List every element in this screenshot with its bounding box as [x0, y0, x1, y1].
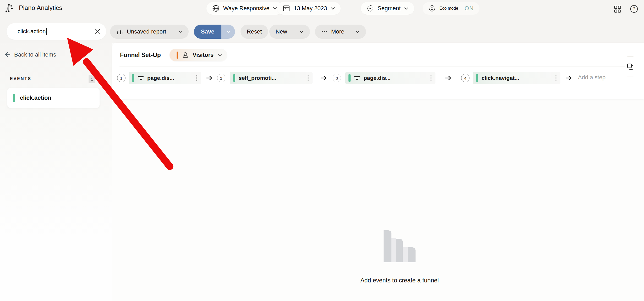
chevron-down-icon: [218, 54, 222, 56]
step-arrow-icon: [565, 75, 572, 81]
step-number: 1: [117, 74, 125, 82]
funnel-step-card[interactable]: self_promoti...: [230, 72, 313, 84]
text-cursor: [46, 28, 47, 35]
segment-selector[interactable]: Segment: [361, 2, 414, 15]
placeholder-bar: [408, 247, 416, 262]
funnel-step-card[interactable]: click.navigat...: [473, 72, 560, 84]
save-options-button[interactable]: [221, 25, 235, 39]
app-title: Piano Analytics: [19, 4, 62, 12]
step-event-label: page.dis...: [147, 75, 174, 81]
panel-divider: [119, 66, 625, 66]
duplicate-funnel-button[interactable]: [626, 63, 635, 71]
piano-analytics-logo-icon: [5, 3, 15, 13]
funnel-step-card[interactable]: page.dis...: [129, 72, 201, 84]
event-color-bar: [348, 74, 351, 82]
report-selector-label: Unsaved report: [127, 28, 166, 35]
new-button-label: New: [276, 28, 287, 35]
kebab-menu-icon[interactable]: [430, 75, 432, 81]
reset-button[interactable]: Reset: [241, 25, 268, 39]
svg-text:?: ?: [633, 7, 635, 12]
help-button[interactable]: ?: [630, 5, 638, 13]
placeholder-bar: [384, 230, 391, 262]
panel-handle-bottom: [627, 76, 634, 76]
step-arrow-icon: [445, 75, 452, 81]
calendar-icon: [283, 5, 290, 12]
events-count-badge: 1: [89, 75, 95, 83]
event-color-bar: [233, 74, 235, 82]
chevron-down-icon: [356, 30, 360, 33]
metric-color-bar: [177, 52, 178, 59]
placeholder-bar: [396, 239, 403, 262]
placeholder-bar: [403, 247, 408, 262]
new-button[interactable]: New: [269, 25, 310, 39]
eco-mode-toggle[interactable]: Eco mode ON: [423, 2, 479, 15]
eco-mode-label: Eco mode: [439, 6, 458, 11]
event-color-bar: [13, 94, 15, 102]
eco-plant-icon: [428, 5, 436, 12]
chevron-down-icon: [226, 31, 230, 33]
reset-button-label: Reset: [247, 28, 262, 35]
step-number: 2: [217, 74, 225, 82]
site-selector[interactable]: Waye Responsive: [206, 2, 283, 15]
save-split-button: Save: [194, 25, 235, 39]
search-result-label: click.action: [20, 94, 51, 101]
search-input-value: click.action: [18, 28, 46, 35]
date-selector-label: 13 May 2023: [294, 5, 327, 12]
back-arrow-icon: [4, 51, 11, 58]
more-button-label: More: [331, 28, 344, 35]
search-result-item[interactable]: click.action: [7, 88, 100, 108]
help-icon: ?: [630, 5, 638, 13]
placeholder-bar: [391, 238, 396, 262]
report-chart-icon: [116, 28, 123, 35]
step-event-label: click.navigat...: [482, 75, 519, 81]
segment-selector-label: Segment: [378, 5, 401, 12]
date-selector[interactable]: 13 May 2023: [277, 2, 341, 15]
funnel-setup-title: Funnel Set-Up: [120, 52, 161, 59]
event-color-bar: [132, 74, 134, 82]
empty-state-message: Add events to create a funnel: [360, 277, 439, 284]
step-event-label: self_promoti...: [239, 75, 276, 81]
kebab-menu-icon[interactable]: [555, 75, 557, 81]
eco-mode-state: ON: [465, 5, 474, 12]
event-color-bar: [476, 74, 478, 82]
report-selector-button[interactable]: Unsaved report: [110, 25, 189, 39]
events-section-label: EVENTS: [10, 76, 31, 81]
chevron-down-icon: [299, 30, 304, 33]
chevron-down-icon: [404, 7, 408, 10]
more-button[interactable]: More: [315, 25, 366, 39]
chevron-down-icon: [178, 30, 182, 33]
step-arrow-icon: [320, 75, 327, 81]
apps-grid-icon: [614, 5, 621, 13]
metric-selector[interactable]: Visitors: [170, 49, 227, 61]
clear-search-icon[interactable]: [95, 28, 101, 35]
segment-target-icon: [367, 5, 374, 12]
back-link-label: Back to all items: [14, 51, 56, 58]
site-selector-label: Waye Responsive: [223, 5, 269, 12]
funnel-step-card[interactable]: page.dis...: [345, 72, 435, 84]
header-bar: Piano Analytics Waye Responsive 13 May 2…: [0, 0, 644, 43]
ellipsis-icon: [321, 31, 328, 33]
step-event-label: page.dis...: [364, 75, 391, 81]
app-brand: Piano Analytics: [5, 3, 62, 13]
step-arrow-icon: [206, 75, 213, 81]
kebab-menu-icon[interactable]: [307, 75, 309, 81]
save-button[interactable]: Save: [194, 25, 221, 39]
step-number: 4: [461, 74, 470, 82]
add-step-button[interactable]: Add a step: [578, 74, 605, 81]
apps-grid-button[interactable]: [614, 5, 621, 13]
funnel-placeholder-graphic: [384, 230, 416, 262]
chevron-down-icon: [331, 7, 335, 10]
kebab-menu-icon[interactable]: [196, 75, 198, 81]
filter-icon: [138, 76, 144, 80]
search-input[interactable]: click.action: [7, 23, 106, 40]
panel-handle-top: [627, 56, 634, 57]
metric-selector-label: Visitors: [193, 52, 214, 58]
step-number: 3: [333, 74, 341, 82]
globe-icon: [212, 5, 220, 12]
back-to-all-items-link[interactable]: Back to all items: [4, 51, 56, 58]
duplicate-icon: [626, 63, 635, 71]
visitors-person-icon: [182, 51, 189, 59]
filter-icon: [354, 76, 360, 80]
